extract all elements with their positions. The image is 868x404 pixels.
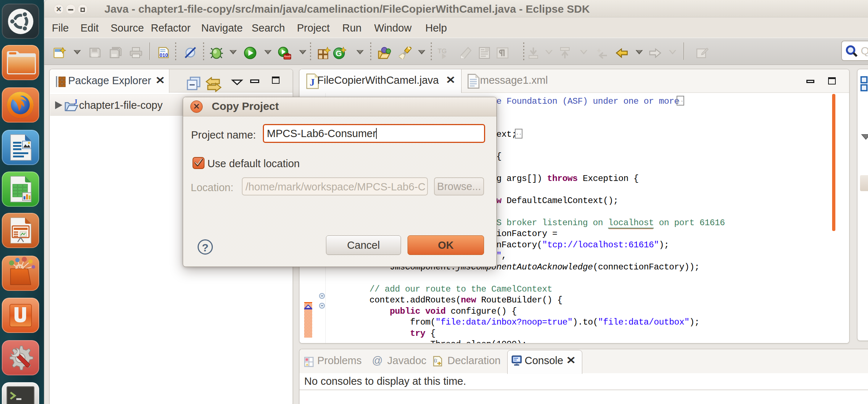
svg-text:J: J xyxy=(310,77,315,88)
svg-text:010: 010 xyxy=(160,52,168,58)
svg-text:J: J xyxy=(74,99,77,106)
